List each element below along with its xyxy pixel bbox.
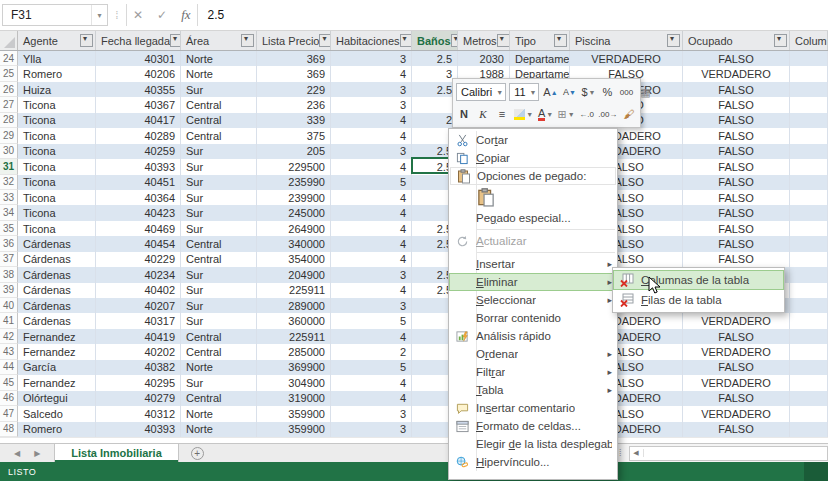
menu-item-tabla[interactable]: Tabla xyxy=(449,381,617,399)
row-number[interactable]: 25 xyxy=(0,66,18,81)
cell[interactable]: 40289 xyxy=(96,128,181,143)
cell[interactable]: García xyxy=(18,360,96,375)
cell[interactable]: Sur xyxy=(181,267,257,282)
insert-function-icon[interactable]: fx xyxy=(181,7,190,23)
menu-item-filtrar[interactable]: Filtrar xyxy=(449,363,617,381)
cell[interactable]: 40312 xyxy=(96,406,181,421)
cell[interactable]: Central xyxy=(181,252,257,267)
cell[interactable]: Central xyxy=(181,128,257,143)
cell[interactable]: 40206 xyxy=(96,66,181,81)
cell[interactable]: 4 xyxy=(331,66,412,81)
row-number[interactable]: 36 xyxy=(0,236,18,251)
cell[interactable]: FALSO xyxy=(683,236,790,251)
cell[interactable]: Ticona xyxy=(18,128,96,143)
cell[interactable]: 40382 xyxy=(96,360,181,375)
cell[interactable]: Norte xyxy=(181,51,257,66)
column-header-fecha-llegada[interactable]: Fecha llegada xyxy=(96,31,181,50)
cell[interactable]: 225911 xyxy=(257,283,331,298)
column-header-baños[interactable]: Baños xyxy=(412,31,458,50)
cell[interactable]: VERDADERO xyxy=(683,344,790,359)
row-number[interactable]: 44 xyxy=(0,360,18,375)
cell[interactable]: 3 xyxy=(331,97,412,112)
cell[interactable]: 40317 xyxy=(96,313,181,328)
cell[interactable] xyxy=(790,236,828,251)
cell[interactable]: Ticona xyxy=(18,159,96,174)
cell[interactable]: Cárdenas xyxy=(18,252,96,267)
font-color-icon[interactable]: A▼ xyxy=(537,105,554,123)
cell[interactable] xyxy=(790,221,828,236)
cell[interactable]: Sur xyxy=(181,144,257,159)
row-number[interactable]: 43 xyxy=(0,344,18,359)
horizontal-scrollbar[interactable]: ⁞ ◀ xyxy=(612,443,828,462)
cell[interactable]: 40301 xyxy=(96,51,181,66)
menu-item-análisis-rápido[interactable]: Análisis rápido xyxy=(449,327,617,345)
cell[interactable]: Ticona xyxy=(18,144,96,159)
cell[interactable]: 340000 xyxy=(257,236,331,251)
cell[interactable]: 40469 xyxy=(96,221,181,236)
row-number[interactable]: 28 xyxy=(0,113,18,128)
cell[interactable]: Sur xyxy=(181,313,257,328)
cell[interactable]: 40454 xyxy=(96,236,181,251)
cell[interactable]: 40402 xyxy=(96,283,181,298)
menu-item-elegir-de-la-lista-desplegable[interactable]: Elegir de la lista desplegable... xyxy=(449,435,617,453)
format-table-icon[interactable]: ▦ xyxy=(637,83,653,101)
bold-icon[interactable]: N xyxy=(456,105,472,123)
cell[interactable]: VERDADERO xyxy=(683,313,790,328)
cell[interactable]: FALSO xyxy=(683,51,790,66)
italic-icon[interactable]: K xyxy=(475,105,491,123)
cell[interactable]: Sur xyxy=(181,82,257,97)
row-number[interactable]: 40 xyxy=(0,298,18,313)
cell[interactable]: FALSO xyxy=(683,97,790,112)
cell[interactable] xyxy=(790,391,828,406)
cell[interactable]: 5 xyxy=(331,360,412,375)
menu-item-seleccionar[interactable]: Seleccionar xyxy=(449,291,617,309)
cell[interactable]: FALSO xyxy=(683,82,790,97)
cell[interactable]: FALSO xyxy=(683,190,790,205)
cell[interactable]: 375 xyxy=(257,128,331,143)
column-header-metros[interactable]: Metros xyxy=(458,31,510,50)
cell[interactable]: FALSO xyxy=(683,329,790,344)
formula-input[interactable]: 2.5 xyxy=(198,8,828,22)
cell[interactable]: 205 xyxy=(257,144,331,159)
cell[interactable]: Sur xyxy=(181,175,257,190)
chevron-down-icon[interactable]: ▾ xyxy=(91,5,107,25)
row-number[interactable]: 32 xyxy=(0,175,18,190)
row-number[interactable]: 42 xyxy=(0,329,18,344)
cell[interactable] xyxy=(790,360,828,375)
cell[interactable] xyxy=(790,283,828,298)
cell[interactable]: VERDADERO xyxy=(683,66,790,81)
cell[interactable]: 40207 xyxy=(96,298,181,313)
comma-format-icon[interactable]: 000 xyxy=(618,83,634,101)
cell[interactable]: Huiza xyxy=(18,82,96,97)
font-name-select[interactable]: Calibri▼ xyxy=(456,83,506,101)
currency-format-icon[interactable]: $▼ xyxy=(580,83,596,101)
cell[interactable]: 235990 xyxy=(257,175,331,190)
cell[interactable]: 40259 xyxy=(96,144,181,159)
row-number[interactable]: 48 xyxy=(0,422,18,437)
menu-item-ordenar[interactable]: Ordenar xyxy=(449,345,617,363)
cell[interactable]: 3 xyxy=(331,82,412,97)
menu-item-borrar-contenido[interactable]: Borrar contenido xyxy=(449,309,617,327)
cell[interactable]: 3 xyxy=(331,422,412,437)
cell[interactable]: Romero xyxy=(18,66,96,81)
filter-dropdown-icon[interactable] xyxy=(80,34,93,47)
filter-dropdown-icon[interactable] xyxy=(497,34,510,47)
cell[interactable]: Fernandez xyxy=(18,344,96,359)
cell[interactable]: 354000 xyxy=(257,252,331,267)
paste-option-button[interactable] xyxy=(449,185,617,209)
cell[interactable] xyxy=(790,422,828,437)
cell[interactable]: 40279 xyxy=(96,391,181,406)
decrease-decimal-icon[interactable]: .00→ xyxy=(598,105,618,123)
grow-font-icon[interactable]: A▲ xyxy=(542,83,558,101)
cell[interactable]: Sur xyxy=(181,205,257,220)
cell[interactable]: 4 xyxy=(331,329,412,344)
cell[interactable]: 359900 xyxy=(257,406,331,421)
cell[interactable]: Sur xyxy=(181,375,257,390)
cell[interactable]: 3 xyxy=(331,406,412,421)
cell[interactable]: 40202 xyxy=(96,344,181,359)
cell[interactable]: 5 xyxy=(331,175,412,190)
cell[interactable]: Sur xyxy=(181,159,257,174)
row-number[interactable]: 37 xyxy=(0,252,18,267)
cell[interactable]: 369 xyxy=(257,66,331,81)
enter-icon[interactable]: ✓ xyxy=(157,8,167,22)
